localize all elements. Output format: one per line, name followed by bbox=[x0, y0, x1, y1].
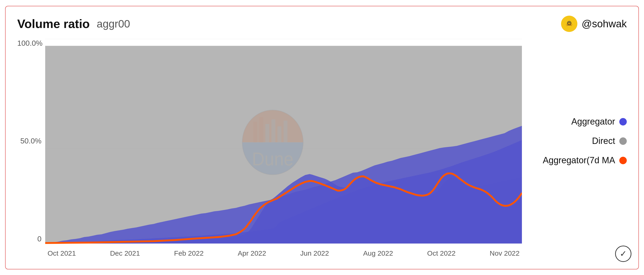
user-group: @sohwak bbox=[561, 16, 627, 32]
x-label-jun22: Jun 2022 bbox=[300, 249, 329, 257]
svg-rect-13 bbox=[272, 119, 276, 142]
checkmark-badge: ✓ bbox=[615, 246, 632, 262]
svg-text:Dune: Dune bbox=[252, 149, 294, 169]
user-avatar bbox=[561, 16, 577, 32]
legend-label-ma: Aggregator(7d MA bbox=[543, 155, 615, 165]
legend-label-aggregator: Aggregator bbox=[571, 117, 615, 127]
main-card: Volume ratio aggr00 @sohwak 100.0% 50.0% bbox=[5, 6, 639, 269]
legend-dot-ma bbox=[619, 157, 627, 164]
x-label-nov22: Nov 2022 bbox=[490, 249, 520, 257]
svg-rect-14 bbox=[278, 126, 282, 142]
x-label-feb22: Feb 2022 bbox=[174, 249, 204, 257]
x-label-oct22: Oct 2022 bbox=[427, 249, 456, 257]
y-label-top: 100.0% bbox=[17, 39, 45, 48]
chart-container: Dune Oct 2021 Dec 2021 Feb 2022 Apr 2022… bbox=[45, 39, 522, 257]
chart-legend: Aggregator Direct Aggregator(7d MA bbox=[529, 39, 627, 257]
legend-dot-direct bbox=[619, 137, 627, 145]
chart-title: Volume ratio bbox=[17, 17, 90, 31]
svg-rect-12 bbox=[266, 124, 269, 142]
y-axis: 100.0% 50.0% 0 bbox=[17, 39, 45, 257]
chart-header: Volume ratio aggr00 @sohwak bbox=[17, 16, 627, 32]
svg-rect-15 bbox=[284, 120, 288, 142]
legend-item-direct: Direct bbox=[534, 136, 627, 146]
svg-rect-11 bbox=[259, 117, 263, 142]
legend-item-aggregator: Aggregator bbox=[534, 117, 627, 127]
legend-item-ma: Aggregator(7d MA bbox=[534, 155, 627, 165]
y-label-bottom: 0 bbox=[17, 235, 45, 243]
chart-and-legend: Dune Oct 2021 Dec 2021 Feb 2022 Apr 2022… bbox=[45, 39, 627, 257]
x-axis: Oct 2021 Dec 2021 Feb 2022 Apr 2022 Jun … bbox=[45, 249, 522, 257]
x-label-oct21: Oct 2021 bbox=[48, 249, 76, 257]
chart-area: 100.0% 50.0% 0 bbox=[17, 39, 627, 257]
y-label-mid: 50.0% bbox=[17, 137, 45, 145]
x-label-dec21: Dec 2021 bbox=[110, 249, 140, 257]
watermark-group: Dune bbox=[242, 110, 303, 174]
legend-label-direct: Direct bbox=[592, 136, 615, 146]
chart-subtitle: aggr00 bbox=[97, 18, 130, 30]
x-label-aug22: Aug 2022 bbox=[363, 249, 393, 257]
avatar-icon bbox=[564, 18, 575, 30]
username-label: @sohwak bbox=[582, 18, 627, 30]
chart-svg: Dune bbox=[45, 39, 522, 257]
legend-dot-aggregator bbox=[619, 118, 627, 125]
title-group: Volume ratio aggr00 bbox=[17, 17, 130, 31]
svg-rect-10 bbox=[253, 122, 257, 142]
x-label-apr22: Apr 2022 bbox=[238, 249, 266, 257]
